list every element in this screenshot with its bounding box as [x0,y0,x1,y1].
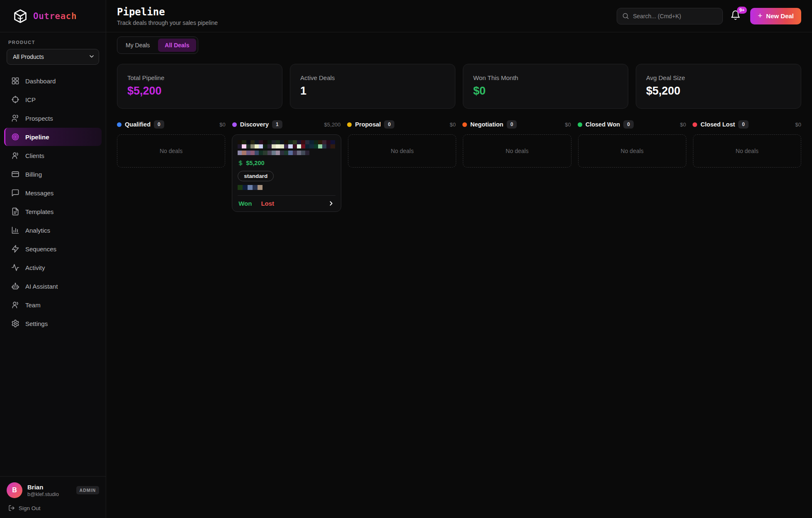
brand-cube-icon [12,8,28,24]
tab-my-deals[interactable]: My Deals [119,39,156,52]
stage-total: $0 [565,122,571,128]
stage-total: $0 [219,122,225,128]
column-header-closed-won: Closed Won 0 $0 [578,120,686,129]
file-text-icon [11,207,19,216]
stat-card-won-this-month: Won This Month $0 [463,64,628,109]
search-input[interactable] [633,13,717,19]
role-badge: ADMIN [76,486,99,494]
column-header-qualified: Qualified 0 $0 [117,120,226,129]
sidebar-item-label: Clients [25,152,44,159]
sidebar-item-label: AI Assistant [25,283,58,290]
stage-count-badge: 0 [623,120,634,129]
column-header-negotiation: Negotiation 0 $0 [462,120,571,129]
stage-dot [693,122,697,127]
dashboard-icon [11,77,19,85]
sidebar-item-label: Analytics [25,227,50,234]
chevron-right-icon[interactable] [328,200,335,207]
sidebar-item-label: Dashboard [25,78,56,85]
sidebar-item-settings[interactable]: Settings [4,314,102,333]
stage-count-badge: 0 [154,120,164,129]
bot-icon [11,282,19,290]
deal-value: $5,200 [246,160,264,166]
stage-dot [117,122,122,127]
sidebar-item-label: Templates [25,208,53,215]
activity-icon [11,263,19,272]
stats-row: Total Pipeline $5,200 Active Deals 1 Won… [117,64,801,109]
sidebar-item-label: Pipeline [25,134,49,141]
sidebar: Outreach PRODUCT All Products Dashboard … [0,0,106,518]
product-select[interactable]: All Products [7,49,99,65]
stage-dot [232,122,237,127]
stage-total: $0 [450,122,456,128]
plus-icon: + [758,11,762,20]
sidebar-item-clients[interactable]: Clients [4,146,102,165]
brand-name: Outreach [33,11,77,21]
stage-name: Closed Lost [700,121,735,128]
new-deal-button[interactable]: + New Deal [750,8,801,24]
stat-label: Avg Deal Size [646,74,791,81]
tab-all-deals[interactable]: All Deals [158,39,196,52]
divider [238,195,335,196]
sidebar-item-team[interactable]: Team [4,296,102,314]
sidebar-item-dashboard[interactable]: Dashboard [4,72,102,90]
column-header-discovery: Discovery 1 $5,200 [232,120,341,129]
stage-dot [347,122,352,127]
empty-column-proposal: No deals [348,134,456,168]
search-icon [622,12,629,19]
stage-count-badge: 0 [738,120,749,129]
deals-tabs: My Deals All Deals [117,36,198,54]
stat-label: Active Deals [300,74,445,81]
stat-label: Total Pipeline [127,74,272,81]
stat-value: $5,200 [646,85,791,97]
stage-name: Discovery [240,121,269,128]
sidebar-item-analytics[interactable]: Analytics [4,221,102,239]
credit-card-icon [11,170,19,178]
sidebar-item-icp[interactable]: ICP [4,90,102,109]
page-subtitle: Track deals through your sales pipeline [117,19,218,26]
empty-column-qualified: No deals [117,134,225,168]
message-icon [11,189,19,197]
sidebar-item-label: Activity [25,264,45,271]
stat-label: Won This Month [473,74,618,81]
main-area: Pipeline Track deals through your sales … [106,0,812,518]
deal-card[interactable]: $5,200 standard Won Lost [232,134,341,212]
sidebar-item-pipeline[interactable]: Pipeline [4,128,102,146]
sidebar-nav: Dashboard ICP Prospects Pipeline Clients… [0,71,106,333]
sidebar-item-sequences[interactable]: Sequences [4,240,102,258]
mark-won-button[interactable]: Won [238,200,252,207]
stage-name: Negotiation [470,121,503,128]
gear-icon [11,319,19,328]
notifications-button[interactable]: 9+ [730,10,743,22]
zap-icon [11,245,19,253]
mark-lost-button[interactable]: Lost [261,200,274,207]
sidebar-item-label: Prospects [25,115,53,122]
stat-value: $0 [473,85,618,97]
sidebar-item-label: ICP [25,96,36,103]
deal-subtitle-redacted [238,151,311,155]
stage-dot [578,122,582,127]
empty-column-negotiation: No deals [463,134,571,168]
deal-title-redacted [238,140,335,148]
sidebar-item-templates[interactable]: Templates [4,202,102,221]
stage-total: $0 [795,122,801,128]
log-out-icon [8,505,15,511]
page-title: Pipeline [117,6,218,18]
stage-name: Qualified [125,121,151,128]
search-box[interactable] [617,8,723,24]
users-icon [11,301,19,309]
sign-out-button[interactable]: Sign Out [7,505,99,511]
sidebar-item-prospects[interactable]: Prospects [4,109,102,127]
stage-name: Proposal [355,121,381,128]
sidebar-item-billing[interactable]: Billing [4,165,102,183]
product-label: PRODUCT [7,40,99,45]
column-header-proposal: Proposal 0 $0 [347,120,456,129]
column-header-closed-lost: Closed Lost 0 $0 [693,120,801,129]
pipeline-content: My Deals All Deals Total Pipeline $5,200… [106,32,812,518]
sidebar-item-messages[interactable]: Messages [4,184,102,202]
sidebar-item-activity[interactable]: Activity [4,258,102,277]
sidebar-item-ai-assistant[interactable]: AI Assistant [4,277,102,295]
deal-tag: standard [238,171,274,181]
dollar-icon [238,160,243,166]
bar-chart-icon [11,226,19,234]
brand-header: Outreach [0,0,106,32]
